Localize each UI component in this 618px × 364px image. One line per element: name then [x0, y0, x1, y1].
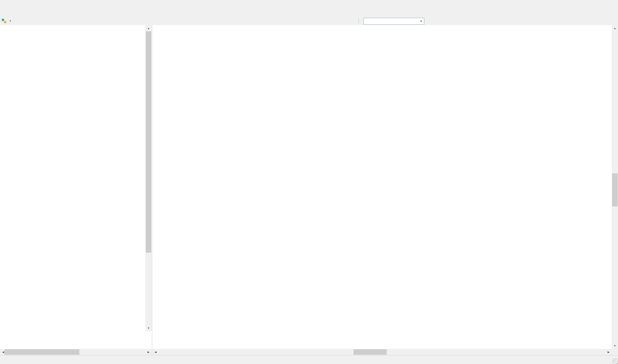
scrollbar-corner [612, 349, 618, 355]
status-bar [0, 355, 618, 364]
tree-hscroll-thumb[interactable] [4, 349, 79, 355]
diagram-vscrollbar[interactable]: ▲ ▼ [612, 25, 618, 349]
project-tree-panel [0, 25, 145, 349]
diagram-hscroll-thumb[interactable] [353, 349, 387, 355]
chevron-down-icon[interactable]: ▼ [418, 18, 424, 24]
scroll-up-icon[interactable]: ▲ [145, 25, 152, 31]
diagram-canvas[interactable] [152, 25, 612, 349]
toolbar-views: ▾ ▼ [0, 17, 618, 25]
scroll-right-icon[interactable]: ▶ [145, 349, 152, 355]
scroll-up-icon[interactable]: ▲ [612, 25, 618, 31]
tree-vscroll-thumb[interactable] [146, 31, 151, 253]
scroll-left-icon[interactable]: ◀ [152, 349, 159, 355]
menu-bar [0, 0, 618, 8]
resize-grip-icon[interactable] [612, 358, 618, 364]
diagram-vscroll-thumb[interactable] [612, 173, 618, 207]
chevron-down-icon: ▾ [10, 20, 11, 22]
diagram-hscrollbar[interactable]: ◀ ▶ [152, 349, 612, 355]
attack-tree-selector[interactable]: ▾ [1, 18, 11, 24]
page-combobox[interactable]: ▼ [363, 18, 424, 25]
scroll-down-icon[interactable]: ▼ [612, 343, 618, 349]
scroll-right-icon[interactable]: ▶ [605, 349, 612, 355]
scroll-down-icon[interactable]: ▼ [145, 325, 152, 331]
attack-tree-icon [1, 18, 7, 24]
tree-hscrollbar[interactable]: ◀ ▶ [0, 349, 152, 355]
toolbar-main [0, 8, 618, 17]
divider [359, 18, 359, 24]
tree-vscrollbar[interactable]: ▲ ▼ [145, 25, 152, 331]
